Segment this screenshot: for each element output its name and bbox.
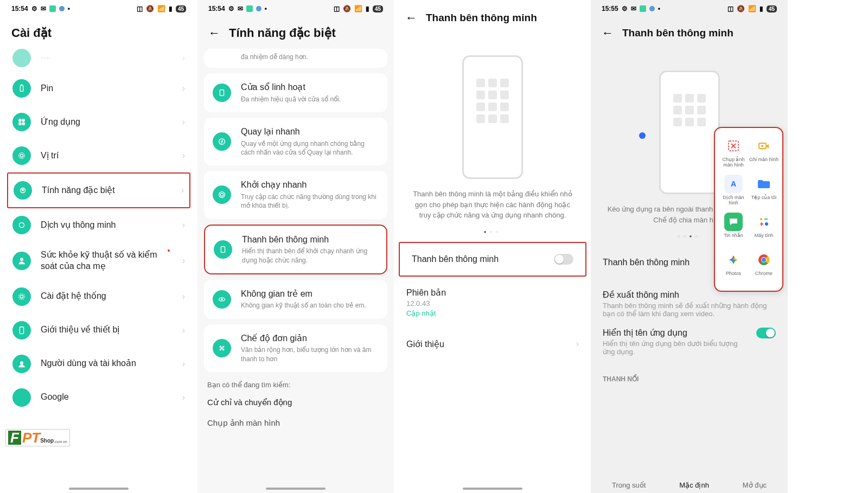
card-smart-sidebar[interactable]: Thanh bên thông minhHiển thị thanh bên đ… (204, 225, 387, 274)
app-photos[interactable]: Photos (718, 247, 749, 285)
toggle-switch[interactable] (554, 254, 573, 265)
app-screenshot[interactable]: Chụp ảnh màn hình (718, 133, 749, 171)
card-simple-mode[interactable]: Chế độ đơn giảnVăn bản rộng hơn, biểu tư… (204, 324, 387, 372)
app-chrome[interactable]: Chrome (749, 247, 779, 285)
app-translate[interactable]: ADịch màn hình (718, 171, 749, 209)
shield-icon (12, 49, 31, 67)
item-version[interactable]: Phiên bản 12.0.43 Cập nhật (394, 277, 591, 328)
phone-illustration-icon (462, 55, 523, 179)
home-indicator[interactable] (266, 488, 326, 490)
chevron-right-icon: › (182, 53, 185, 63)
status-bar: 15:55⚙✉• ◫🔕📶▮45 (591, 0, 788, 13)
screen-settings: 15:54 ⚙ ✉ • ◫ 🔕 📶 ▮ 45 Cài đặt ⋯ › Pin › (0, 0, 197, 493)
search-link-screenshot[interactable]: Chụp ảnh màn hình (197, 413, 394, 428)
star-gear-icon (14, 181, 32, 200)
lightning-icon (213, 132, 231, 151)
gear-icon: ⚙ (622, 5, 628, 12)
card-quick-launch[interactable]: Khởi chạy nhanhTruy cập các chức năng th… (204, 171, 387, 219)
svg-rect-13 (20, 326, 23, 334)
app-icon-2 (256, 6, 261, 11)
wifi-icon: 📶 (157, 5, 165, 12)
opt-transparent[interactable]: Trong suốt (612, 481, 646, 489)
item-about-device[interactable]: Giới thiệu về thiết bị › (7, 313, 190, 347)
page-title: Thanh bên thông minh (426, 12, 537, 24)
svg-point-12 (19, 293, 25, 299)
back-arrow-icon[interactable]: ← (405, 11, 417, 25)
row-show-names[interactable]: Hiển thị tên ứng dụng Hiển thị tên ứng d… (591, 323, 788, 367)
header: ← Tính năng đặc biệt (197, 13, 394, 49)
toggle-switch[interactable] (756, 328, 776, 338)
chevron-right-icon: › (182, 359, 185, 369)
fpt-shop-watermark: FPTShop.com.vn (5, 429, 70, 446)
messenger-icon: ✉ (238, 5, 243, 12)
svg-point-25 (222, 349, 224, 350)
header: Cài đặt (1, 13, 197, 49)
search-suggestion-header: Bạn có thể đang tìm kiếm: (197, 377, 394, 392)
signal-icon: ▮ (760, 5, 763, 12)
translate-icon: A (724, 175, 743, 193)
list-item-truncated[interactable]: ⋯ › (7, 49, 190, 72)
svg-point-18 (220, 194, 223, 196)
search-link-gestures[interactable]: Cử chỉ và chuyển động (197, 392, 394, 413)
app-icon (640, 5, 646, 12)
item-apps[interactable]: Ứng dụng › (7, 105, 190, 139)
update-link[interactable]: Cập nhật (406, 309, 446, 317)
svg-point-21 (221, 298, 223, 300)
svg-point-40 (762, 258, 766, 262)
item-users-accounts[interactable]: Người dùng và tài khoản › (7, 347, 190, 381)
toggle-label: Thanh bên thông minh (412, 254, 499, 264)
svg-point-26 (221, 347, 223, 349)
item-google[interactable]: Google › (7, 381, 190, 414)
item-smart-service[interactable]: Dịch vụ thông minh › (7, 208, 190, 242)
mute-icon: 🔕 (343, 5, 351, 12)
toggle-smart-sidebar[interactable]: Thanh bên thông minh (399, 242, 586, 277)
back-arrow-icon[interactable]: ← (208, 26, 220, 40)
battery-icon: 45 (176, 5, 186, 12)
item-about[interactable]: Giới thiệu › (394, 328, 591, 360)
item-pin[interactable]: Pin › (7, 72, 190, 105)
window-icon (213, 84, 231, 102)
app-calculator[interactable]: Máy tính (749, 209, 779, 247)
svg-point-10 (20, 258, 23, 260)
more-icon: • (265, 5, 267, 12)
app-icon (49, 5, 56, 12)
screen-smart-sidebar-settings: 15:55⚙✉• ◫🔕📶▮45 ← Thanh bên thông minh K… (591, 0, 788, 493)
opt-opaque[interactable]: Mở đục (743, 481, 767, 489)
page-title: Thanh bên thông minh (622, 27, 733, 39)
item-system-settings[interactable]: Cài đặt hệ thống › (7, 280, 190, 313)
back-arrow-icon[interactable]: ← (602, 26, 614, 40)
card-kids-space[interactable]: Không gian trẻ emKhông gian kỹ thuật số … (204, 280, 387, 319)
status-bar: 15:54⚙✉• ◫🔕📶▮45 (197, 0, 394, 13)
item-special-features[interactable]: Tính năng đặc biệt › (7, 172, 190, 208)
record-icon (755, 137, 773, 155)
svg-point-29 (761, 145, 763, 147)
google-icon (12, 388, 31, 407)
app-files[interactable]: Tệp của tôi (749, 171, 779, 209)
item-digital-wellbeing[interactable]: Sức khỏe kỹ thuật số và kiểm soát của ch… (7, 242, 190, 280)
home-indicator[interactable] (69, 488, 129, 490)
opt-default[interactable]: Mặc định (679, 481, 709, 489)
svg-point-7 (19, 153, 25, 159)
mute-icon: 🔕 (146, 5, 154, 12)
smart-sidebar-panel[interactable]: Chụp ảnh màn hình Ghi màn hình ADịch màn… (714, 127, 783, 292)
card-flexible-window[interactable]: Cửa sổ linh hoạtĐa nhiệm hiệu quả với cử… (204, 73, 387, 112)
grid-icon (213, 339, 231, 357)
opacity-options: Trong suốt Mặc định Mở đục (591, 481, 788, 489)
messenger-icon: ✉ (41, 5, 46, 12)
chevron-right-icon: › (182, 325, 185, 335)
status-time: 15:54 (208, 5, 225, 12)
description-text: Thanh bên thông minh là một bảng điều kh… (394, 183, 591, 225)
svg-point-14 (20, 361, 23, 364)
settings-list: ⋯ › Pin › Ứng dụng › Vị trí › Tính năng … (1, 49, 197, 414)
card-truncated[interactable]: đa nhiệm dễ dàng hơn. (204, 49, 387, 68)
status-time: 15:55 (602, 5, 618, 12)
card-quick-back[interactable]: Quay lại nhanhQuay về một ứng dụng nhanh… (204, 118, 387, 165)
item-location[interactable]: Vị trí › (7, 139, 190, 172)
app-messages[interactable]: Tin nhắn (718, 209, 749, 247)
chevron-right-icon: › (576, 339, 579, 349)
notification-dot-icon (168, 249, 170, 252)
battery-icon: 45 (767, 5, 777, 12)
app-record[interactable]: Ghi màn hình (749, 133, 779, 171)
gear-icon: ⚙ (228, 5, 234, 12)
home-indicator[interactable] (463, 488, 522, 490)
